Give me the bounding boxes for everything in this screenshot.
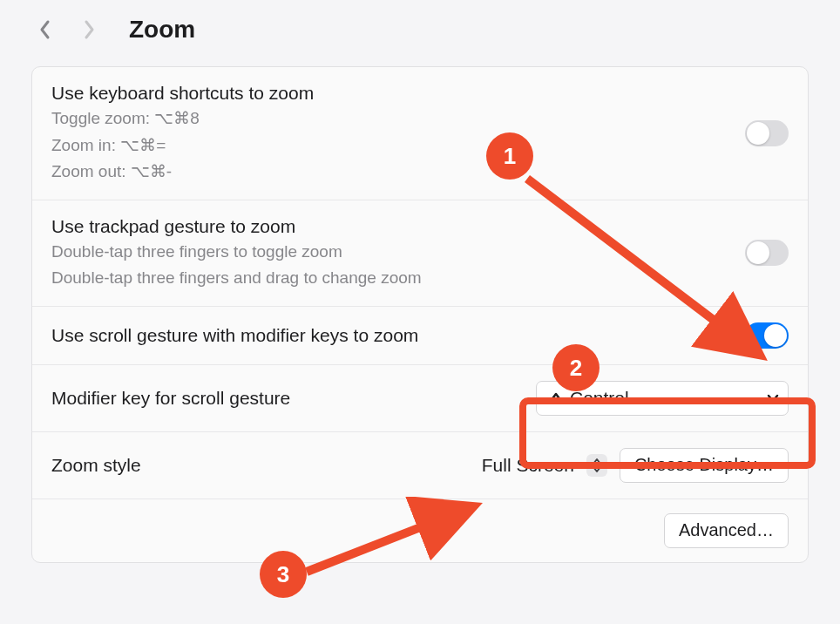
scroll-gesture-row: Use scroll gesture with modifier keys to…	[32, 307, 808, 365]
row-content: Zoom style	[51, 455, 482, 476]
keyboard-shortcut-zoom-out: Zoom out: ⌥⌘-	[51, 160, 745, 184]
footer-row: Advanced…	[32, 499, 808, 562]
settings-panel: Use keyboard shortcuts to zoom Toggle zo…	[31, 66, 809, 563]
keyboard-shortcut-zoom-in: Zoom in: ⌥⌘=	[51, 134, 745, 158]
keyboard-shortcuts-row: Use keyboard shortcuts to zoom Toggle zo…	[32, 67, 808, 200]
page-title: Zoom	[129, 16, 195, 44]
keyboard-shortcuts-label: Use keyboard shortcuts to zoom	[51, 83, 745, 104]
row-content: Modifier key for scroll gesture	[51, 388, 536, 409]
trackpad-gesture-label: Use trackpad gesture to zoom	[51, 216, 745, 237]
keyboard-shortcut-toggle-zoom: Toggle zoom: ⌥⌘8	[51, 107, 745, 131]
header: Zoom	[0, 0, 840, 59]
row-content: Use trackpad gesture to zoom Double-tap …	[51, 216, 745, 290]
row-content: Use keyboard shortcuts to zoom Toggle zo…	[51, 83, 745, 184]
forward-button[interactable]	[77, 17, 101, 42]
annotation-marker-2: 2	[552, 344, 600, 391]
annotation-marker-3: 3	[260, 551, 307, 598]
annotation-box-2	[519, 397, 816, 469]
trackpad-gesture-sub1: Double-tap three fingers to toggle zoom	[51, 241, 745, 264]
advanced-button[interactable]: Advanced…	[664, 513, 789, 548]
row-content: Use scroll gesture with modifier keys to…	[51, 325, 745, 346]
zoom-style-label: Zoom style	[51, 455, 482, 476]
keyboard-shortcuts-toggle[interactable]	[745, 120, 789, 146]
modifier-key-label: Modifier key for scroll gesture	[51, 388, 536, 409]
trackpad-gesture-toggle[interactable]	[745, 240, 789, 266]
scroll-gesture-label: Use scroll gesture with modifier keys to…	[51, 325, 745, 346]
trackpad-gesture-row: Use trackpad gesture to zoom Double-tap …	[32, 200, 808, 307]
annotation-marker-1: 1	[486, 132, 533, 180]
trackpad-gesture-sub2: Double-tap three fingers and drag to cha…	[51, 267, 745, 290]
toggle-knob	[747, 241, 769, 264]
back-button[interactable]	[33, 17, 58, 42]
toggle-knob	[747, 122, 769, 145]
scroll-gesture-toggle[interactable]	[745, 322, 789, 349]
toggle-knob	[764, 324, 787, 347]
